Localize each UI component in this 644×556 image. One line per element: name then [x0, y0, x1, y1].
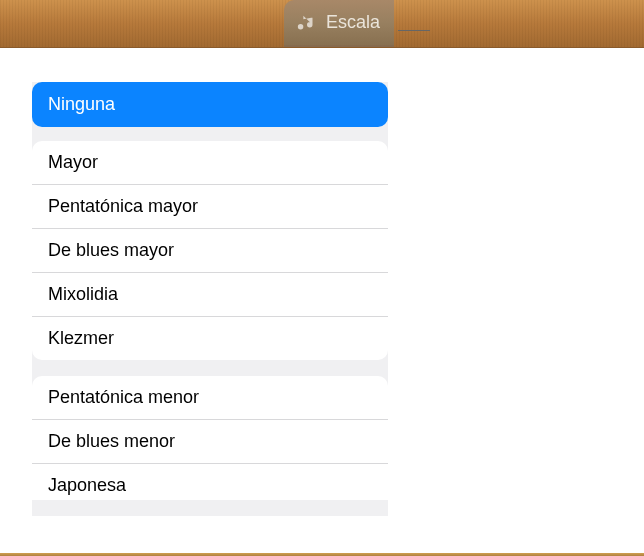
scale-item[interactable]: Mixolidia [32, 273, 388, 317]
top-toolbar: Escala [0, 0, 644, 48]
scale-item[interactable]: Pentatónica mayor [32, 185, 388, 229]
scale-item[interactable]: Mayor [32, 141, 388, 185]
scale-item[interactable]: Japonesa [32, 464, 388, 500]
scale-group-major: Mayor Pentatónica mayor De blues mayor M… [32, 141, 388, 360]
scale-button-label: Escala [326, 12, 380, 33]
callout-line [398, 30, 430, 31]
scale-item[interactable]: Klezmer [32, 317, 388, 360]
scale-button[interactable]: Escala [284, 0, 394, 47]
scale-popup: Ninguna Mayor Pentatónica mayor De blues… [32, 82, 388, 516]
scale-group-minor: Pentatónica menor De blues menor Japones… [32, 376, 388, 500]
scale-selected-item[interactable]: Ninguna [32, 82, 388, 127]
scale-item[interactable]: De blues mayor [32, 229, 388, 273]
scale-item[interactable]: De blues menor [32, 420, 388, 464]
music-notes-icon [296, 12, 318, 34]
scale-item[interactable]: Pentatónica menor [32, 376, 388, 420]
